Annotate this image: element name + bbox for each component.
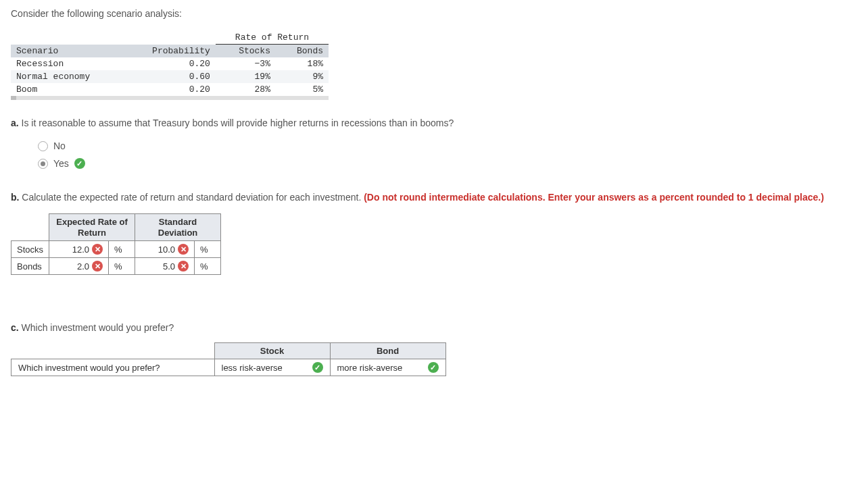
- radio-label: Yes: [53, 158, 69, 169]
- radio-label: No: [53, 140, 66, 151]
- row-label-stocks: Stocks: [11, 241, 49, 258]
- prefer-table: Stock Bond Which investment would you pr…: [11, 342, 446, 376]
- cell-scenario: Normal economy: [11, 70, 124, 83]
- unit: %: [195, 241, 221, 258]
- stocks-stdev-cell[interactable]: 10.0 ✕: [135, 241, 195, 258]
- radio-option-yes[interactable]: Yes ✓: [38, 158, 857, 169]
- radio-option-no[interactable]: No: [38, 140, 857, 151]
- col-stocks: Stocks: [216, 45, 276, 58]
- cell-stocks: 19%: [216, 70, 276, 83]
- radio-icon: [38, 141, 48, 151]
- cell-stocks: −3%: [216, 57, 276, 70]
- question-a-label: a.: [11, 118, 19, 128]
- bonds-expected-cell[interactable]: 2.0 ✕: [49, 258, 109, 275]
- cell-bonds: 9%: [276, 70, 329, 83]
- prefer-row-label: Which investment would you prefer?: [11, 359, 215, 376]
- bonds-stdev-cell[interactable]: 5.0 ✕: [135, 258, 195, 275]
- question-c-label: c.: [11, 322, 19, 333]
- cell-stocks: 28%: [216, 83, 276, 96]
- question-b: b. Calculate the expected rate of return…: [11, 192, 857, 203]
- cell-probability: 0.60: [124, 70, 216, 83]
- table-row: Bonds 2.0 ✕ % 5.0 ✕ %: [11, 258, 221, 275]
- question-a: a. Is it reasonable to assume that Treas…: [11, 118, 857, 128]
- question-b-note: (Do not round intermediate calculations.…: [364, 192, 824, 203]
- cell-bonds: 5%: [276, 83, 329, 96]
- radio-group-a: No Yes ✓: [38, 140, 857, 169]
- col-bond: Bond: [330, 343, 445, 359]
- stocks-expected-cell[interactable]: 12.0 ✕: [49, 241, 109, 258]
- check-icon: ✓: [74, 158, 85, 169]
- question-c-text: Which investment would you prefer?: [22, 322, 174, 333]
- question-a-text: Is it reasonable to assume that Treasury…: [22, 118, 454, 128]
- check-icon: ✓: [428, 362, 439, 373]
- cross-icon: ✕: [178, 261, 189, 272]
- cross-icon: ✕: [92, 244, 103, 255]
- cell-bonds: 18%: [276, 57, 329, 70]
- cell-scenario: Recession: [11, 57, 124, 70]
- scenario-table-container: Rate of Return Scenario Probability Stoc…: [11, 31, 329, 100]
- check-icon: ✓: [312, 362, 323, 373]
- table-row: Which investment would you prefer? less …: [11, 359, 446, 376]
- col-bonds: Bonds: [276, 45, 329, 58]
- cell-scenario: Boom: [11, 83, 124, 96]
- rate-of-return-header: Rate of Return: [216, 31, 329, 45]
- value: 10.0: [158, 244, 175, 255]
- value: 5.0: [163, 261, 175, 272]
- unit: %: [109, 258, 135, 275]
- table-row: Boom 0.20 28% 5%: [11, 83, 329, 96]
- col-stdev: Standard Deviation: [135, 214, 221, 241]
- table-row: Stocks 12.0 ✕ % 10.0 ✕ %: [11, 241, 221, 258]
- col-expected: Expected Rate of Return: [49, 214, 135, 241]
- cell-probability: 0.20: [124, 83, 216, 96]
- cell-probability: 0.20: [124, 57, 216, 70]
- cross-icon: ✕: [92, 261, 103, 272]
- col-probability: Probability: [124, 45, 216, 58]
- question-c: c. Which investment would you prefer?: [11, 322, 857, 333]
- question-b-label: b.: [11, 192, 19, 203]
- table-row: Normal economy 0.60 19% 9%: [11, 70, 329, 83]
- scenario-table: Rate of Return Scenario Probability Stoc…: [11, 31, 329, 96]
- stock-answer-cell[interactable]: less risk-averse ✓: [214, 359, 330, 376]
- cross-icon: ✕: [178, 244, 189, 255]
- value: 12.0: [72, 244, 89, 255]
- radio-icon: [38, 159, 48, 169]
- col-scenario: Scenario: [11, 45, 124, 58]
- value: more risk-averse: [337, 363, 403, 373]
- bond-answer-cell[interactable]: more risk-averse ✓: [330, 359, 445, 376]
- value: 2.0: [77, 261, 89, 272]
- row-label-bonds: Bonds: [11, 258, 49, 275]
- question-b-text: Calculate the expected rate of return an…: [22, 192, 364, 203]
- unit: %: [195, 258, 221, 275]
- intro-text: Consider the following scenario analysis…: [11, 8, 857, 19]
- value: less risk-averse: [222, 363, 283, 373]
- table-row: Recession 0.20 −3% 18%: [11, 57, 329, 70]
- unit: %: [109, 241, 135, 258]
- answers-table: Expected Rate of Return Standard Deviati…: [11, 213, 221, 275]
- col-stock: Stock: [214, 343, 330, 359]
